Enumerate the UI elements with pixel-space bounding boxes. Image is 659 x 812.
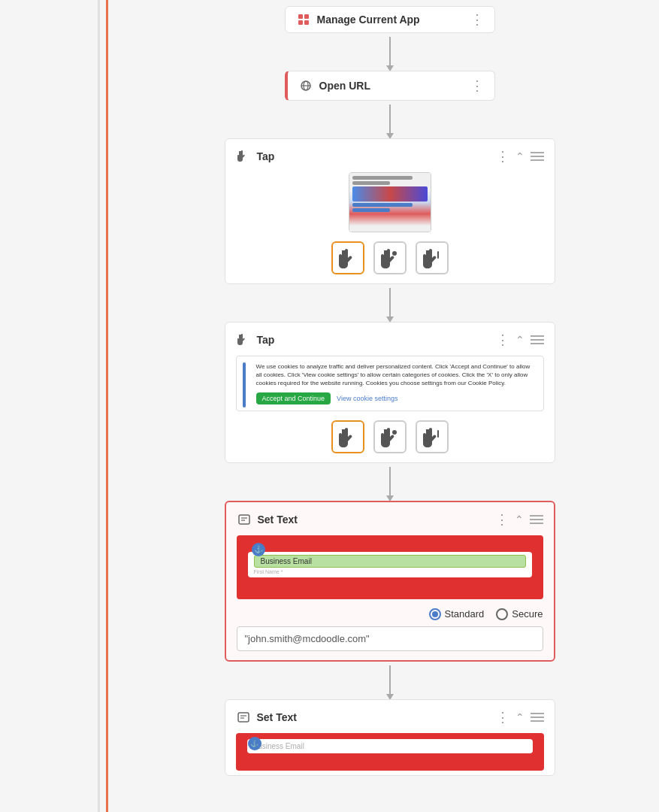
cookie-content: We use cookies to analyze traffic and de… xyxy=(243,362,537,404)
tap-2-header-right: ⋮ ⌃ xyxy=(496,332,544,348)
tap-1-hand-icon xyxy=(236,149,251,164)
main-content: Manage Current App ⋮ Open URL ⋮ xyxy=(120,6,659,806)
field-name-label: First Name * xyxy=(254,569,526,574)
connector-1 xyxy=(150,33,629,71)
svg-point-8 xyxy=(392,430,397,435)
tap-2-double-btn[interactable] xyxy=(373,420,407,453)
tap-1-label: Tap xyxy=(257,150,275,162)
cookie-btn-row: Accept and Continue View cookie settings xyxy=(256,392,537,404)
svg-point-7 xyxy=(392,251,397,256)
tap-2-more-icon[interactable]: ⋮ xyxy=(496,332,509,348)
set-text-2-lines-icon[interactable] xyxy=(531,713,544,722)
connector-2 xyxy=(150,101,629,138)
set-text-2-header: Set Text ⋮ ⌃ xyxy=(236,709,544,726)
tap-1-lines-icon[interactable] xyxy=(531,152,544,161)
secure-radio-label: Secure xyxy=(512,608,543,620)
anchor-icon: ⚓ xyxy=(252,543,265,556)
tap-1-header-left: Tap xyxy=(236,149,275,164)
set-text-1-screenshot: ⚓ Business Email First Name * xyxy=(237,535,543,599)
svg-rect-12 xyxy=(238,713,249,722)
tap-1-screenshot-inner xyxy=(349,173,431,232)
grid-icon xyxy=(296,12,311,27)
sidebar-line-orange xyxy=(106,0,108,812)
sidebar-line-gray xyxy=(98,0,100,812)
thumb-line-2 xyxy=(352,181,390,185)
open-url-more-icon[interactable]: ⋮ xyxy=(470,77,484,94)
set-text-2-header-right: ⋮ ⌃ xyxy=(496,709,544,726)
open-url-title-row: Open URL xyxy=(298,78,370,93)
set-text-2-card: Set Text ⋮ ⌃ Business Email ⚓ xyxy=(225,699,555,776)
tap-1-double-btn[interactable] xyxy=(373,241,407,274)
tap-1-more-icon[interactable]: ⋮ xyxy=(496,148,509,165)
svg-rect-3 xyxy=(304,20,309,25)
set-text-1-more-icon[interactable]: ⋮ xyxy=(495,511,509,528)
connector-line-5 xyxy=(389,665,391,695)
tap-1-header-right: ⋮ ⌃ xyxy=(496,148,544,165)
standard-radio-option[interactable]: Standard xyxy=(429,608,485,620)
thumb-line-1 xyxy=(352,176,413,180)
set-text-2-business-email: Business Email xyxy=(253,742,527,750)
set-text-1-header-right: ⋮ ⌃ xyxy=(495,511,543,528)
cookie-text: We use cookies to analyze traffic and de… xyxy=(256,362,537,388)
set-text-2-more-icon[interactable]: ⋮ xyxy=(496,709,509,726)
set-text-1-label: Set Text xyxy=(258,514,298,526)
tap-2-long-btn[interactable] xyxy=(416,420,449,453)
set-text-1-icon xyxy=(237,512,252,527)
tap-1-single-btn[interactable] xyxy=(331,241,364,274)
cookie-settings-link[interactable]: View cookie settings xyxy=(337,395,398,402)
standard-radio-circle[interactable] xyxy=(429,608,441,620)
tap-2-hand-icon xyxy=(236,332,251,347)
open-url-card: Open URL ⋮ xyxy=(285,71,495,101)
svg-rect-0 xyxy=(298,14,303,19)
tap-1-header: Tap ⋮ ⌃ xyxy=(236,148,544,165)
tap-2-collapse-icon[interactable]: ⌃ xyxy=(515,334,524,346)
set-text-2-collapse-icon[interactable]: ⌃ xyxy=(515,711,524,723)
tap-1-icons-row xyxy=(236,241,544,274)
set-text-2-label: Set Text xyxy=(257,711,297,723)
tap-2-header-left: Tap xyxy=(236,332,275,347)
connector-line-2 xyxy=(389,105,391,135)
set-text-2-screenshot: Business Email ⚓ xyxy=(236,733,544,771)
connector-line-1 xyxy=(389,37,391,67)
tap-2-icons-row xyxy=(236,420,544,453)
radio-row: Standard Secure xyxy=(237,608,543,620)
tap-1-card: Tap ⋮ ⌃ xyxy=(225,138,555,284)
thumb-line-3 xyxy=(352,203,413,207)
secure-radio-option[interactable]: Secure xyxy=(496,608,543,620)
manage-current-app-label: Manage Current App xyxy=(317,14,420,26)
connector-line-4 xyxy=(389,467,391,497)
scrollbar xyxy=(243,362,246,408)
email-field-card: Business Email First Name * xyxy=(248,552,532,577)
standard-radio-label: Standard xyxy=(445,608,485,620)
manage-current-app-card: Manage Current App ⋮ xyxy=(285,6,495,33)
accept-btn[interactable]: Accept and Continue xyxy=(256,392,331,404)
connector-5 xyxy=(150,662,629,699)
business-email-field: Business Email xyxy=(254,555,526,568)
thumb-line-4 xyxy=(352,208,390,212)
manage-current-app-title-row: Manage Current App xyxy=(296,12,420,27)
globe-icon xyxy=(298,78,313,93)
set-text-1-collapse-icon[interactable]: ⌃ xyxy=(515,514,524,526)
set-text-2-field-card: Business Email xyxy=(247,739,533,753)
tap-1-collapse-icon[interactable]: ⌃ xyxy=(515,150,524,162)
svg-rect-9 xyxy=(239,515,249,524)
set-text-1-lines-icon[interactable] xyxy=(530,515,543,524)
tap-2-single-btn[interactable] xyxy=(331,420,364,453)
set-text-1-header-left: Set Text xyxy=(237,512,298,527)
svg-rect-1 xyxy=(304,14,309,19)
set-text-2-icon xyxy=(236,710,251,725)
set-text-1-header: Set Text ⋮ ⌃ xyxy=(237,511,543,528)
manage-app-more-icon[interactable]: ⋮ xyxy=(470,11,484,28)
set-text-1-card: Set Text ⋮ ⌃ ⚓ Business Email First Name… xyxy=(225,501,555,662)
connector-line-3 xyxy=(389,288,391,318)
secure-radio-circle[interactable] xyxy=(496,608,508,620)
tap-2-label: Tap xyxy=(257,334,275,346)
set-text-2-anchor: ⚓ xyxy=(248,737,261,750)
tap-2-lines-icon[interactable] xyxy=(531,335,544,344)
tap-2-screenshot: We use cookies to analyze traffic and de… xyxy=(236,356,544,411)
tap-1-screenshot xyxy=(349,172,431,232)
tap-1-long-btn[interactable] xyxy=(416,241,449,274)
svg-rect-2 xyxy=(298,20,303,25)
email-text-input[interactable]: "john.smith@mcdoodle.com" xyxy=(237,626,543,651)
connector-3 xyxy=(150,284,629,322)
